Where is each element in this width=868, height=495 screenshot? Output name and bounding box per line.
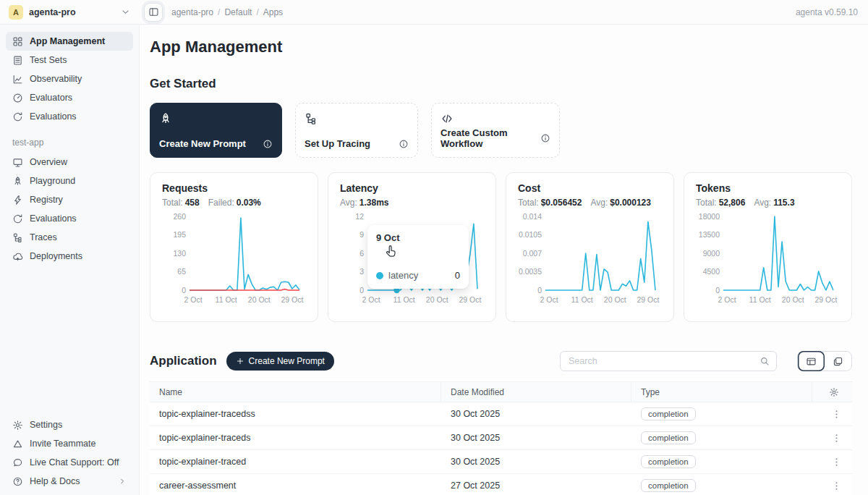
sidebar-item-playground[interactable]: Playground [6, 172, 133, 190]
table-row[interactable]: topic-explainer-tracedss 30 Oct 2025 com… [150, 402, 852, 426]
sidebar-item-overview[interactable]: Overview [6, 153, 133, 172]
info-icon[interactable] [540, 133, 550, 143]
get-started-cards: Create New Prompt Set Up Tracing Create … [150, 103, 852, 158]
sidebar-item-evaluations[interactable]: Evaluations [6, 209, 133, 228]
stat-value: 52,806 [719, 198, 746, 208]
sidebar-item-evaluations[interactable]: Evaluations [6, 107, 133, 126]
svg-text:0.0105: 0.0105 [519, 230, 542, 239]
breadcrumb-item-page[interactable]: Apps [263, 7, 283, 17]
stat-value: 115.3 [773, 198, 794, 208]
search-input[interactable] [567, 355, 760, 367]
svg-text:11 Oct: 11 Oct [749, 295, 771, 304]
chart-stats: Total:$0.056452 Avg:$0.000123 [518, 198, 662, 208]
info-icon[interactable] [399, 139, 409, 149]
observability-icon [12, 74, 23, 85]
sidebar-item-deployments[interactable]: Deployments [6, 247, 133, 266]
type-badge: completion [641, 431, 696, 444]
traces-icon [305, 112, 318, 125]
app-name-cell: topic-explainer-tracedss [150, 409, 441, 419]
stat-label: Failed: [208, 198, 234, 208]
sidebar-item-live-chat-support-off[interactable]: Live Chat Support: Off [6, 453, 133, 472]
workspace-switcher[interactable]: A agenta-pro [0, 0, 140, 24]
stat-label: Avg: [590, 198, 608, 208]
gear-icon[interactable] [829, 387, 839, 397]
svg-text:3: 3 [359, 267, 364, 276]
main-content: App Management Get Started Create New Pr… [140, 25, 868, 495]
sidebar-toggle-button[interactable] [144, 3, 163, 22]
card-view-icon [833, 356, 843, 367]
stat-value: 1.38ms [359, 198, 389, 208]
breadcrumb-item-workspace[interactable]: agenta-pro [171, 7, 213, 17]
sidebar-item-test-sets[interactable]: Test Sets [6, 51, 133, 69]
invite-icon [12, 439, 23, 449]
sidebar-item-app-management[interactable]: App Management [6, 32, 133, 51]
workspace-avatar: A [9, 5, 23, 20]
kebab-menu-icon[interactable] [831, 481, 842, 491]
kebab-menu-icon[interactable] [831, 409, 842, 420]
table-row[interactable]: topic-explainer-traceds 30 Oct 2025 comp… [150, 426, 852, 450]
breadcrumb-separator: / [218, 7, 220, 17]
date-modified-cell: 30 Oct 2025 [441, 433, 631, 443]
svg-text:20 Oct: 20 Oct [782, 295, 804, 304]
page-title: App Management [150, 38, 852, 56]
sidebar-bottom-nav: Settings Invite Teammate Live Chat Suppo… [6, 415, 133, 491]
top-bar: A agenta-pro agenta-pro / Default / Apps… [0, 0, 868, 25]
search-icon[interactable] [760, 356, 770, 366]
svg-text:2 Oct: 2 Oct [184, 295, 203, 304]
stat-label: Total: [696, 198, 717, 208]
chart-stats: Total:458 Failed:0.03% [162, 198, 306, 208]
sidebar-item-evaluators[interactable]: Evaluators [6, 88, 133, 107]
table-row[interactable]: topic-explainer-traced 30 Oct 2025 compl… [150, 450, 852, 474]
series-requests [190, 218, 299, 290]
card-view-button[interactable] [825, 351, 851, 371]
sidebar-item-registry[interactable]: Registry [6, 190, 133, 209]
kebab-menu-icon[interactable] [831, 433, 842, 444]
app-name-cell: topic-explainer-traced [150, 457, 441, 467]
column-header-type[interactable]: Type [631, 382, 812, 402]
table-row[interactable]: career-assessment 27 Oct 2025 completion [150, 474, 852, 495]
help-icon [12, 476, 23, 487]
grid-icon [12, 36, 23, 47]
sidebar-item-invite-teammate[interactable]: Invite Teammate [6, 434, 133, 453]
requests-chart[interactable]: 0651301952602 Oct11 Oct20 Oct29 Oct [162, 211, 306, 310]
cost-chart[interactable]: 00.00350.0070.01050.0142 Oct11 Oct20 Oct… [518, 211, 662, 310]
create-new-prompt-button[interactable]: Create New Prompt [226, 352, 334, 371]
create-custom-workflow-card[interactable]: Create Custom Workflow [431, 103, 560, 158]
workspace-name: agenta-pro [29, 7, 76, 17]
stat-label: Avg: [754, 198, 771, 208]
create-new-prompt-card[interactable]: Create New Prompt [150, 103, 282, 158]
type-badge: completion [641, 407, 696, 420]
panel-icon [148, 7, 159, 17]
tooltip-value: 0 [455, 270, 460, 281]
svg-text:2 Oct: 2 Oct [540, 295, 558, 304]
column-header-name[interactable]: Name [150, 382, 441, 402]
chart-tooltip: 9 Oct latency 0 [367, 225, 469, 289]
app-root: A agenta-pro agenta-pro / Default / Apps… [0, 0, 868, 495]
chart-title: Requests [162, 182, 306, 194]
create-button-label: Create New Prompt [249, 356, 325, 366]
type-badge: completion [641, 479, 696, 492]
set-up-tracing-card[interactable]: Set Up Tracing [295, 103, 418, 158]
svg-text:29 Oct: 29 Oct [637, 295, 659, 304]
applications-table: Name Date Modified Type topic-explainer-… [150, 381, 852, 495]
date-modified-cell: 30 Oct 2025 [441, 409, 631, 419]
stat-value: $0.000123 [610, 198, 651, 208]
card-label: Set Up Tracing [305, 138, 370, 149]
tokens-chart[interactable]: 04500900013500180002 Oct11 Oct20 Oct29 O… [696, 211, 840, 310]
breadcrumb-item-project[interactable]: Default [224, 7, 252, 17]
chart-stats: Total:52,806 Avg:115.3 [696, 198, 840, 208]
svg-text:0.014: 0.014 [523, 212, 542, 221]
table-view-button[interactable] [798, 351, 825, 371]
sidebar-item-settings[interactable]: Settings [6, 415, 133, 434]
sidebar-item-help-docs[interactable]: Help & Docs [6, 472, 133, 491]
sidebar-item-traces[interactable]: Traces [6, 228, 133, 247]
rocket-icon [12, 176, 23, 187]
kebab-menu-icon[interactable] [831, 457, 842, 468]
sidebar-item-observability[interactable]: Observability [6, 69, 133, 88]
column-header-date-modified[interactable]: Date Modified [441, 382, 631, 402]
evaluations-icon [12, 111, 23, 122]
tokens-chart-card: Tokens Total:52,806 Avg:115.3 0450090001… [684, 172, 852, 322]
stat-value: 458 [185, 198, 200, 208]
info-icon[interactable] [263, 139, 273, 149]
chart-title: Latency [340, 182, 484, 194]
